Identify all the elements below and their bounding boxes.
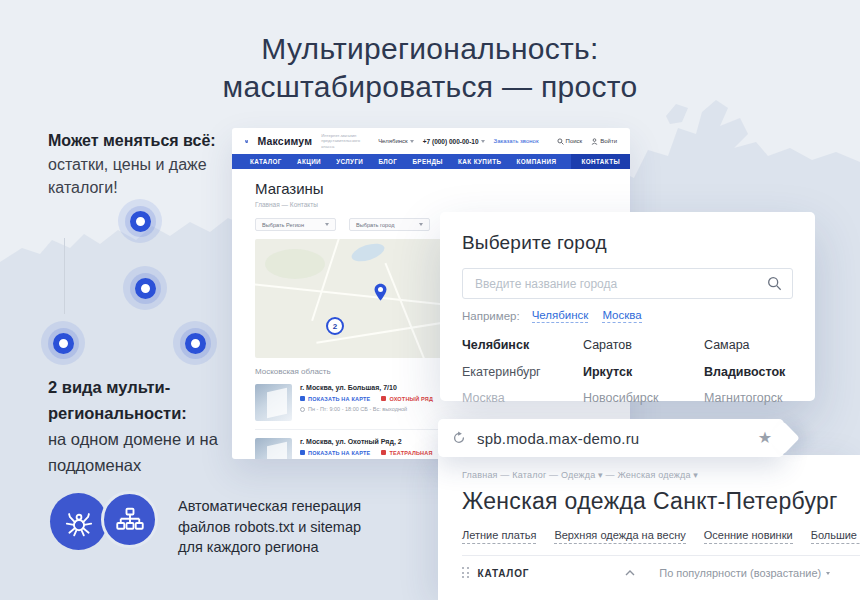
city-option[interactable]: Саратов (583, 338, 704, 352)
shop-search[interactable]: Поиск (557, 138, 583, 145)
nav-contacts[interactable]: КОНТАКТЫ (571, 154, 630, 169)
example-city-link[interactable]: Москва (602, 309, 641, 323)
robots-feature-circle (50, 493, 107, 550)
shops-page-title: Магазины (255, 180, 607, 197)
tag-link[interactable]: Большие размеры (811, 529, 860, 544)
modal-title: Выберите город (462, 232, 793, 254)
catalog-heading: Женская одежда Санкт-Петербург (462, 488, 860, 515)
tag-link[interactable]: Верхняя одежда на весну (554, 529, 685, 544)
map-pin-icon (373, 283, 388, 302)
page-title-line1: Мультирегиональность: (0, 30, 860, 68)
note-catalogs-bold: Может меняться всё: (48, 132, 216, 149)
divider (462, 555, 860, 556)
grid-dots-icon (462, 567, 470, 579)
shop-breadcrumb: Главная — Контакты (255, 201, 607, 208)
city-option[interactable]: Владивосток (704, 365, 793, 379)
refresh-icon[interactable] (452, 431, 466, 445)
chevron-down-icon (826, 572, 830, 575)
map-pin-icon (300, 396, 305, 401)
tag-link[interactable]: Осенние новинки (704, 529, 793, 544)
city-option[interactable]: Екатеринбург (462, 365, 583, 379)
catalog-tags: Летние платья Верхняя одежда на весну Ос… (462, 529, 860, 544)
sitemap-icon (115, 505, 145, 535)
catalog-page-panel: Главная — Каталог — Одежда ▾ — Женская о… (438, 455, 860, 600)
catalog-toolbar: КАТАЛОГ По популярности (возрастание) (462, 567, 860, 579)
region-marker-icon (41, 321, 85, 365)
city-option[interactable]: Москва (462, 391, 583, 405)
sort-select[interactable]: По популярности (возрастание) (659, 567, 830, 579)
shop-callback-link[interactable]: Заказать звонок (494, 138, 539, 144)
shop-logo-text[interactable]: Максимум (257, 135, 312, 147)
store-address: г. Москва, ул. Охотный Ряд, 2 (300, 438, 402, 445)
bookmark-star-icon[interactable]: ★ (758, 430, 772, 446)
store-address: г. Москва, ул. Большая, 7/10 (300, 384, 397, 391)
metro-icon (381, 396, 386, 401)
chevron-up-icon[interactable] (625, 570, 635, 576)
show-on-map-link[interactable]: ПОКАЗАТЬ НА КАРТЕ (300, 396, 370, 402)
city-option[interactable]: Самара (704, 338, 793, 352)
metro-station: ОХОТНЫЙ РЯД (381, 396, 433, 402)
sitemap-feature-circle (101, 491, 158, 548)
city-list: Челябинск Саратов Самара Екатеринбург Ир… (462, 338, 793, 405)
region-marker-icon (123, 266, 167, 310)
shop-tagline: Интернет-магазинпредставительского класс… (321, 133, 360, 149)
nav-company[interactable]: КОМПАНИЯ (517, 158, 557, 165)
nav-how-to-buy[interactable]: КАК КУПИТЬ (458, 158, 501, 165)
metro-icon (381, 450, 386, 455)
catalog-breadcrumb[interactable]: Главная — Каталог — Одежда ▾ — Женская о… (462, 470, 860, 480)
show-on-map-link[interactable]: ПОКАЗАТЬ НА КАРТЕ (300, 450, 370, 456)
search-icon (557, 138, 564, 145)
shop-navbar: КАТАЛОГ АКЦИИ УСЛУГИ БЛОГ БРЕНДЫ КАК КУП… (232, 154, 630, 169)
store-hours: Пн - Пт: 9:00 - 18:00 СБ - Вс: выходной (300, 406, 607, 412)
city-option[interactable]: Магнитогорск (704, 391, 793, 405)
nav-catalog[interactable]: КАТАЛОГ (250, 158, 282, 165)
nav-blog[interactable]: БЛОГ (378, 158, 397, 165)
region-marker-icon (173, 321, 217, 365)
page: Мультирегиональность: масштабироваться —… (0, 0, 860, 600)
example-city-link[interactable]: Челябинск (532, 309, 589, 323)
store-photo (255, 438, 292, 459)
region-marker-icon (118, 199, 162, 243)
city-examples: Например: Челябинск Москва (462, 309, 793, 323)
url-text[interactable]: spb.moda.max-demo.ru (477, 430, 639, 447)
shop-login[interactable]: Войти (591, 138, 617, 145)
region-select[interactable]: Выбрать Регион (255, 218, 336, 231)
city-select[interactable]: Выбрать город (349, 218, 430, 231)
note-catalogs: Может меняться всё: остатки, цены и даже… (48, 129, 226, 200)
note-catalogs-rest: остатки, цены и даже каталоги! (48, 156, 207, 197)
shop-logo-icon (245, 135, 248, 148)
city-option[interactable]: Новосибирск (583, 391, 704, 405)
note-two-types-rest: на одном домене и на поддоменах (48, 430, 218, 474)
spider-icon (62, 505, 96, 539)
example-label: Например: (462, 310, 520, 322)
city-option[interactable]: Иркутск (583, 365, 704, 379)
shop-city-select[interactable]: Челябинск (378, 138, 414, 144)
store-photo (255, 384, 292, 421)
page-title: Мультирегиональность: масштабироваться —… (0, 30, 860, 106)
note-two-types: 2 вида мульти-региональности:на одном до… (48, 374, 226, 478)
clock-icon (300, 407, 305, 412)
shop-phone[interactable]: +7 (000) 000-00-10 (423, 138, 485, 145)
note-two-types-bold: 2 вида мульти-региональности: (48, 378, 187, 422)
connector-line (64, 238, 65, 314)
city-search-input[interactable] (462, 268, 793, 299)
user-icon (591, 138, 598, 145)
city-option[interactable]: Челябинск (462, 338, 583, 352)
tag-link[interactable]: Летние платья (462, 529, 536, 544)
shop-header: Максимум Интернет-магазинпредставительск… (232, 128, 630, 154)
nav-sales[interactable]: АКЦИИ (297, 158, 321, 165)
page-title-line2: масштабироваться — просто (0, 68, 860, 106)
map-cluster-badge[interactable]: 2 (326, 317, 344, 335)
catalog-menu-button[interactable]: КАТАЛОГ (478, 568, 530, 579)
feature-description: Автоматическая генерация файлов robots.t… (178, 496, 383, 558)
search-icon[interactable] (767, 276, 782, 291)
metro-station: ТЕАТРАЛЬНАЯ (381, 450, 432, 456)
map-pin-icon (300, 450, 305, 455)
nav-brands[interactable]: БРЕНДЫ (412, 158, 443, 165)
city-picker-modal: Выберите город Например: Челябинск Москв… (440, 212, 815, 401)
nav-services[interactable]: УСЛУГИ (336, 158, 363, 165)
browser-address-bar[interactable]: spb.moda.max-demo.ru ★ (438, 419, 784, 457)
